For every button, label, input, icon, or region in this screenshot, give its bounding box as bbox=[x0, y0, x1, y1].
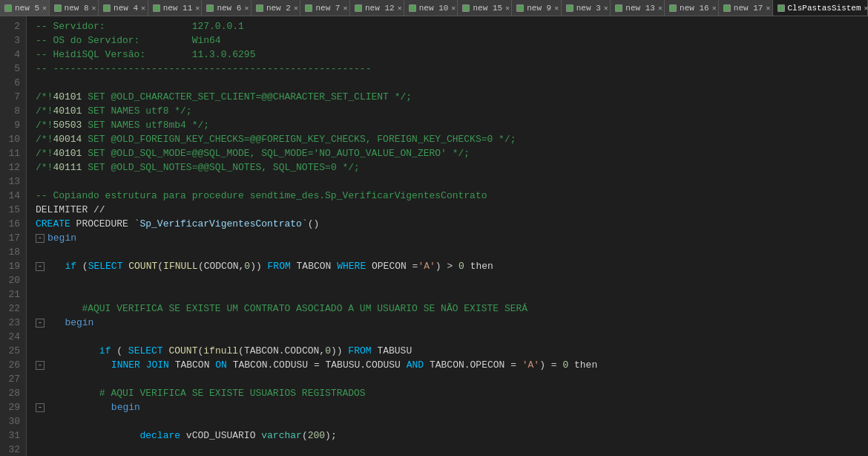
tab-icon-new2 bbox=[256, 4, 263, 12]
tab-new15[interactable]: new 15 ✕ bbox=[458, 0, 512, 16]
fold-marker-19[interactable]: - bbox=[36, 262, 45, 271]
tab-icon-new13 bbox=[615, 4, 622, 12]
tab-label-new17: new 17 bbox=[734, 4, 763, 13]
tab-new5[interactable]: new 5 ✕ bbox=[0, 0, 50, 16]
tab-icon-new9 bbox=[516, 4, 524, 12]
tab-label-clspastassistem: ClsPastasSistem bbox=[788, 4, 861, 13]
tab-icon-new11 bbox=[153, 4, 160, 12]
tab-close-new8[interactable]: ✕ bbox=[92, 4, 96, 13]
tab-new7[interactable]: new 7 ✕ bbox=[300, 0, 350, 16]
tab-close-new6[interactable]: ✕ bbox=[244, 4, 249, 13]
tab-close-new9[interactable]: ✕ bbox=[554, 4, 559, 13]
tab-new12[interactable]: new 12 ✕ bbox=[350, 0, 404, 16]
tab-icon-new6 bbox=[206, 4, 214, 12]
tab-close-new13[interactable]: ✕ bbox=[658, 4, 662, 13]
tab-icon-new17 bbox=[723, 4, 731, 12]
tab-close-new3[interactable]: ✕ bbox=[604, 4, 608, 13]
tab-new8[interactable]: new 8 ✕ bbox=[50, 0, 99, 16]
tab-label-new7: new 7 bbox=[315, 4, 340, 13]
tab-close-new2[interactable]: ✕ bbox=[294, 4, 298, 13]
tab-icon-new8 bbox=[54, 4, 62, 12]
tab-new17[interactable]: new 17 ✕ bbox=[719, 0, 773, 16]
tab-close-new7[interactable]: ✕ bbox=[343, 4, 347, 13]
fold-marker-23[interactable]: - bbox=[36, 319, 45, 328]
tab-new13[interactable]: new 13 ✕ bbox=[611, 0, 665, 16]
tab-label-new5: new 5 bbox=[15, 4, 39, 13]
fold-marker-26[interactable]: - bbox=[36, 361, 45, 370]
tab-close-new16[interactable]: ✕ bbox=[712, 4, 717, 13]
tab-close-new12[interactable]: ✕ bbox=[398, 4, 402, 13]
tab-icon-new3 bbox=[566, 4, 573, 12]
tab-icon-new12 bbox=[355, 4, 362, 12]
tab-new3[interactable]: new 3 ✕ bbox=[562, 0, 611, 16]
tab-icon-clspastassistem bbox=[777, 4, 785, 12]
tab-label-new11: new 11 bbox=[163, 4, 193, 13]
tab-bar[interactable]: new 5 ✕ new 8 ✕ new 4 ✕ new 11 ✕ new 6 ✕… bbox=[0, 0, 868, 16]
tab-label-new16: new 16 bbox=[680, 4, 709, 13]
tab-label-new2: new 2 bbox=[266, 4, 291, 13]
tab-icon-new5 bbox=[4, 4, 12, 12]
tab-new2[interactable]: new 2 ✕ bbox=[251, 0, 301, 16]
tab-new16[interactable]: new 16 ✕ bbox=[665, 0, 719, 16]
tab-label-new3: new 3 bbox=[576, 4, 601, 13]
tab-label-new6: new 6 bbox=[217, 4, 241, 13]
tab-new6[interactable]: new 6 ✕ bbox=[202, 0, 251, 16]
tab-new10[interactable]: new 10 ✕ bbox=[404, 0, 458, 16]
tab-close-new5[interactable]: ✕ bbox=[42, 4, 47, 13]
fold-marker-17[interactable]: - bbox=[36, 234, 45, 243]
tab-icon-new4 bbox=[103, 4, 111, 12]
tab-clspastassistem[interactable]: ClsPastasSistem ✕ bbox=[773, 0, 868, 16]
code-editor[interactable]: -- Servidor: 127.0.0.1 -- OS do Servidor… bbox=[27, 16, 868, 456]
tab-label-new4: new 4 bbox=[114, 4, 138, 13]
tab-new9[interactable]: new 9 ✕ bbox=[512, 0, 562, 16]
line-numbers: 2 3 4 5 6 7 8 9 10 11 12 13 14 15 16 17 … bbox=[0, 16, 27, 456]
tab-close-new4[interactable]: ✕ bbox=[141, 4, 145, 13]
tab-icon-new16 bbox=[669, 4, 677, 12]
tab-label-new10: new 10 bbox=[419, 4, 449, 13]
tab-label-new8: new 8 bbox=[65, 4, 89, 13]
tab-close-clspastassistem[interactable]: ✕ bbox=[864, 4, 868, 13]
tab-label-new9: new 9 bbox=[527, 4, 551, 13]
fold-marker-29[interactable]: - bbox=[36, 403, 45, 412]
code-area: 2 3 4 5 6 7 8 9 10 11 12 13 14 15 16 17 … bbox=[0, 16, 868, 456]
tab-icon-new10 bbox=[409, 4, 416, 12]
tab-icon-new7 bbox=[305, 4, 312, 12]
tab-label-new15: new 15 bbox=[473, 4, 502, 13]
tab-close-new15[interactable]: ✕ bbox=[505, 4, 510, 13]
tab-label-new12: new 12 bbox=[365, 4, 395, 13]
tab-new4[interactable]: new 4 ✕ bbox=[99, 0, 148, 16]
tab-close-new11[interactable]: ✕ bbox=[195, 4, 200, 13]
tab-close-new17[interactable]: ✕ bbox=[766, 4, 770, 13]
tab-new11[interactable]: new 11 ✕ bbox=[148, 0, 203, 16]
tab-label-new13: new 13 bbox=[625, 4, 655, 13]
tab-close-new10[interactable]: ✕ bbox=[451, 4, 456, 13]
tab-icon-new15 bbox=[462, 4, 470, 12]
